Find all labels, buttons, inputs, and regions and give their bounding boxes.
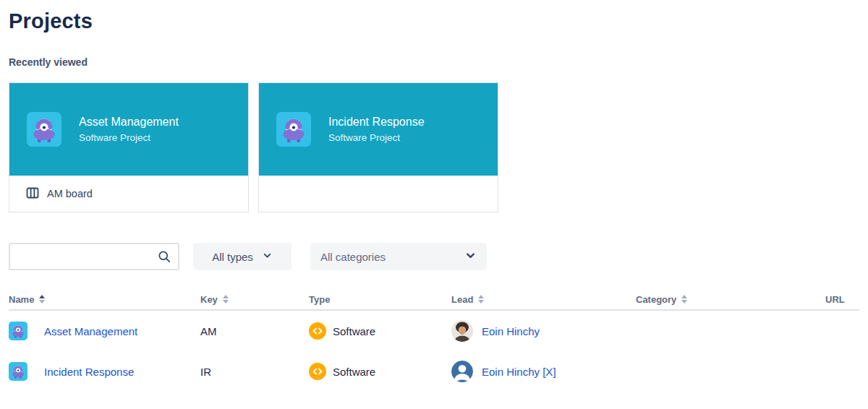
chevron-down-icon bbox=[464, 249, 477, 264]
software-type-icon bbox=[309, 322, 326, 340]
project-card-asset-management[interactable]: Asset Management Software Project AM boa… bbox=[9, 82, 249, 212]
project-card-subtitle: Software Project bbox=[328, 132, 425, 143]
column-header-lead[interactable]: Lead bbox=[451, 294, 636, 305]
key-cell: AM bbox=[200, 325, 309, 337]
lead-link[interactable]: Eoin Hinchy [X] bbox=[482, 366, 556, 378]
recently-viewed-cards: Asset Management Software Project AM boa… bbox=[9, 82, 859, 212]
project-card-header: Asset Management Software Project bbox=[9, 83, 248, 176]
filter-bar: All types All categories bbox=[9, 243, 859, 270]
project-avatar-icon bbox=[9, 362, 27, 381]
type-cell: Software bbox=[309, 363, 451, 380]
search-input[interactable] bbox=[10, 244, 178, 269]
project-card-footer: AM board bbox=[9, 176, 248, 212]
project-card-incident-response[interactable]: Incident Response Software Project bbox=[258, 82, 498, 212]
sort-ascending-icon bbox=[39, 295, 45, 303]
project-avatar-icon bbox=[9, 322, 27, 340]
sort-icon bbox=[681, 295, 687, 303]
board-link[interactable]: AM board bbox=[25, 186, 93, 202]
lead-link[interactable]: Eoin Hinchy bbox=[482, 325, 540, 337]
software-type-icon bbox=[309, 363, 326, 380]
column-header-url: URL bbox=[825, 294, 859, 305]
type-filter-dropdown[interactable]: All types bbox=[193, 243, 292, 270]
project-card-header: Incident Response Software Project bbox=[259, 83, 498, 176]
name-cell: Incident Response bbox=[9, 362, 200, 381]
project-avatar-icon bbox=[27, 112, 61, 147]
column-header-type: Type bbox=[309, 294, 451, 305]
chevron-down-icon bbox=[262, 250, 273, 263]
projects-table: Name Key Type Lead Category URL bbox=[9, 289, 859, 392]
column-header-key[interactable]: Key bbox=[200, 294, 309, 305]
search-icon bbox=[158, 250, 171, 267]
category-filter-dropdown[interactable]: All categories bbox=[310, 243, 487, 270]
sort-icon bbox=[478, 295, 484, 303]
type-label: Software bbox=[333, 366, 375, 378]
project-search bbox=[9, 243, 179, 270]
lead-avatar-generic-icon bbox=[451, 361, 473, 382]
sort-icon bbox=[223, 295, 229, 303]
project-name-link[interactable]: Asset Management bbox=[44, 325, 137, 337]
lead-cell: Eoin Hinchy [X] bbox=[451, 361, 636, 382]
type-cell: Software bbox=[309, 322, 451, 340]
lead-cell: Eoin Hinchy bbox=[451, 320, 636, 342]
type-label: Software bbox=[333, 325, 375, 337]
board-icon bbox=[25, 186, 40, 202]
table-row: Asset Management AM Software bbox=[9, 311, 859, 351]
type-filter-label: All types bbox=[212, 251, 253, 263]
project-card-footer bbox=[259, 176, 498, 212]
column-header-category[interactable]: Category bbox=[636, 294, 825, 305]
project-card-title: Asset Management bbox=[79, 116, 179, 129]
table-row: Incident Response IR Software bbox=[9, 351, 859, 392]
project-avatar-icon bbox=[276, 112, 311, 147]
board-link-label: AM board bbox=[47, 188, 93, 199]
recently-viewed-label: Recently viewed bbox=[9, 56, 859, 68]
column-header-name[interactable]: Name bbox=[9, 294, 200, 305]
key-cell: IR bbox=[200, 366, 309, 378]
project-name-link[interactable]: Incident Response bbox=[44, 366, 134, 378]
project-card-title: Incident Response bbox=[328, 116, 425, 129]
table-header-row: Name Key Type Lead Category URL bbox=[9, 289, 859, 311]
projects-page: Projects Recently viewed bbox=[0, 0, 868, 392]
page-title: Projects bbox=[9, 6, 859, 36]
category-filter-label: All categories bbox=[320, 251, 386, 263]
name-cell: Asset Management bbox=[9, 322, 200, 340]
lead-avatar-photo bbox=[451, 320, 473, 342]
project-card-subtitle: Software Project bbox=[79, 132, 179, 143]
